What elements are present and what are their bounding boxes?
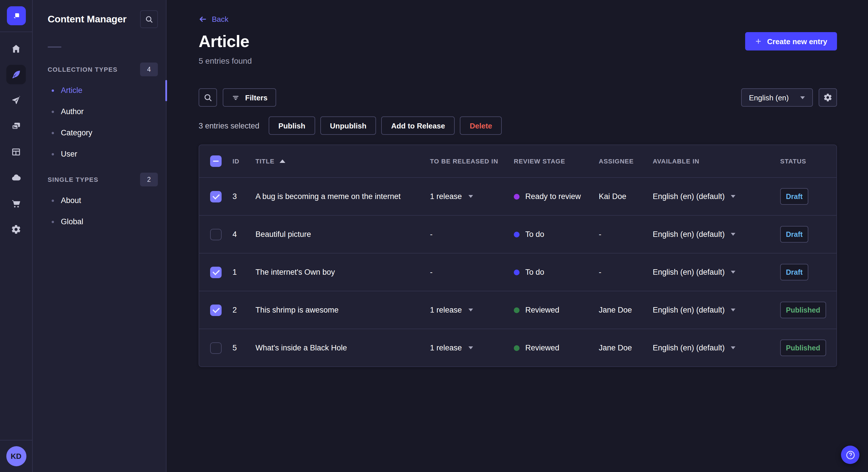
bullet-icon [52, 132, 54, 134]
table-header-row: ID TITLE TO BE RELEASED IN REVIEW STAGE … [199, 145, 836, 178]
row-assignee: Kai Doe [599, 192, 653, 201]
table-row[interactable]: 5 What's inside a Black Hole 1 release R… [199, 329, 836, 367]
sidebar-item-author[interactable]: Author [33, 101, 166, 122]
row-checkbox[interactable] [210, 342, 222, 353]
sidebar-item-article[interactable]: Article [33, 80, 166, 101]
table-row[interactable]: 2 This shrimp is awesome 1 release Revie… [199, 291, 836, 329]
row-locale-dropdown[interactable]: English (en) (default) [653, 230, 780, 239]
send-icon[interactable] [6, 91, 26, 110]
row-assignee: - [599, 230, 653, 239]
table-row[interactable]: 4 Beautiful picture - To do - English (e… [199, 216, 836, 254]
sidebar-divider [48, 46, 61, 47]
media-library-icon[interactable] [6, 116, 26, 136]
bullet-icon [52, 153, 54, 155]
status-badge: Draft [780, 188, 808, 205]
section-label: SINGLE TYPES [48, 176, 98, 183]
bullet-icon [52, 110, 54, 113]
row-review-stage: To do [514, 230, 599, 239]
create-new-entry-button[interactable]: Create new entry [745, 32, 837, 50]
gear-icon[interactable] [818, 88, 837, 107]
rail-bottom: KD [0, 440, 32, 472]
row-title: This shrimp is awesome [255, 306, 430, 314]
page-title: Article [198, 32, 252, 51]
column-header-review-stage[interactable]: REVIEW STAGE [514, 158, 599, 165]
row-checkbox[interactable] [210, 304, 222, 316]
column-header-title[interactable]: TITLE [255, 158, 430, 165]
row-release-dropdown[interactable]: 1 release [430, 343, 514, 352]
marketplace-cart-icon[interactable] [6, 194, 26, 213]
status-badge: Published [780, 339, 826, 356]
help-icon [845, 450, 855, 460]
search-icon[interactable] [140, 10, 158, 28]
cloud-icon[interactable] [6, 168, 26, 188]
back-link[interactable]: Back [198, 15, 228, 24]
status-badge: Published [780, 302, 826, 318]
chevron-down-icon [731, 271, 736, 274]
row-checkbox[interactable] [210, 229, 222, 240]
column-header-id[interactable]: ID [232, 158, 255, 165]
add-to-release-button[interactable]: Add to Release [381, 116, 455, 135]
chevron-down-icon [731, 308, 736, 311]
search-icon[interactable] [198, 88, 217, 107]
row-id: 2 [232, 306, 255, 314]
stage-dot-icon [514, 307, 520, 313]
table-row[interactable]: 3 A bug is becoming a meme on the intern… [199, 178, 836, 216]
row-title: What's inside a Black Hole [255, 343, 430, 352]
row-id: 4 [232, 230, 255, 239]
unpublish-button[interactable]: Unpublish [320, 116, 376, 135]
row-review-stage: Reviewed [514, 343, 599, 352]
row-checkbox[interactable] [210, 266, 222, 278]
single-types-list: About Global [33, 190, 166, 232]
row-release-dropdown[interactable]: - [430, 268, 514, 276]
column-header-available-in[interactable]: AVAILABLE IN [653, 158, 780, 165]
sidebar-item-category[interactable]: Category [33, 122, 166, 143]
row-release-dropdown[interactable]: 1 release [430, 306, 514, 314]
chevron-down-icon [731, 195, 736, 198]
chevron-down-icon [468, 308, 473, 311]
content-manager-feather-icon[interactable] [6, 65, 26, 84]
chevron-down-icon [468, 346, 473, 349]
row-locale-dropdown[interactable]: English (en) (default) [653, 306, 780, 314]
sidebar-item-about[interactable]: About [33, 190, 166, 211]
bullet-icon [52, 221, 54, 223]
sidebar-item-user[interactable]: User [33, 143, 166, 165]
column-header-assignee[interactable]: ASSIGNEE [599, 158, 653, 165]
filter-icon [231, 94, 240, 101]
rail-divider [0, 440, 32, 440]
home-icon[interactable] [6, 39, 26, 59]
row-id: 5 [232, 343, 255, 352]
row-assignee: Jane Doe [599, 306, 653, 314]
section-count-badge: 4 [140, 63, 158, 76]
row-title: Beautiful picture [255, 230, 430, 239]
row-title: A bug is becoming a meme on the internet [255, 192, 430, 201]
content-type-builder-icon[interactable] [6, 142, 26, 162]
settings-gear-icon[interactable] [6, 220, 26, 239]
row-locale-dropdown[interactable]: English (en) (default) [653, 343, 780, 352]
locale-select[interactable]: English (en) [741, 88, 813, 107]
row-locale-dropdown[interactable]: English (en) (default) [653, 192, 780, 201]
sort-ascending-icon [280, 160, 285, 163]
row-locale-dropdown[interactable]: English (en) (default) [653, 268, 780, 276]
select-all-checkbox[interactable] [210, 156, 222, 167]
status-badge: Draft [780, 226, 808, 243]
avatar[interactable]: KD [6, 446, 26, 466]
single-types-section: SINGLE TYPES 2 About Global [33, 173, 166, 232]
row-title: The internet's Own boy [255, 268, 430, 276]
help-button[interactable] [841, 446, 859, 464]
strapi-logo[interactable] [7, 6, 26, 25]
row-release-dropdown[interactable]: 1 release [430, 192, 514, 201]
stage-dot-icon [514, 269, 520, 275]
chevron-down-icon [468, 195, 473, 198]
column-header-release[interactable]: TO BE RELEASED IN [430, 158, 514, 165]
sidebar-item-global[interactable]: Global [33, 211, 166, 232]
filters-button[interactable]: Filters [223, 88, 276, 107]
row-release-dropdown[interactable]: - [430, 230, 514, 239]
publish-button[interactable]: Publish [269, 116, 315, 135]
column-header-status[interactable]: STATUS [780, 158, 836, 165]
row-checkbox[interactable] [210, 191, 222, 202]
bullet-icon [52, 89, 54, 92]
collection-types-list: Article Author Category User [33, 80, 166, 165]
table-row[interactable]: 1 The internet's Own boy - To do - Engli… [199, 254, 836, 291]
stage-dot-icon [514, 231, 520, 237]
delete-button[interactable]: Delete [460, 116, 502, 135]
